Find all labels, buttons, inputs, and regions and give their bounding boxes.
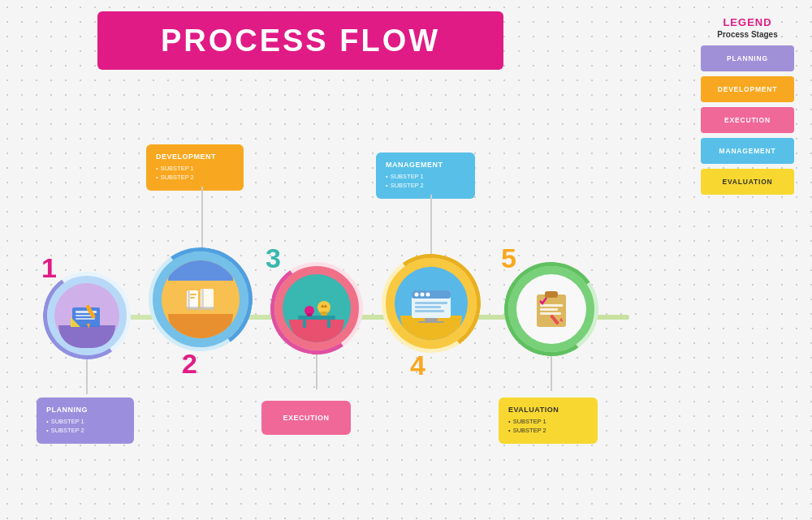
stage-2-circle: 2 <box>153 251 248 347</box>
stage-3-box: EXECUTION <box>261 401 351 435</box>
stage-3-node: 3 <box>274 266 359 389</box>
stage-3-number: 3 <box>266 243 281 274</box>
legend-item-management: MANAGEMENT <box>701 138 794 164</box>
stage-2-node: 2 <box>153 251 248 347</box>
stage-4-connector <box>430 195 432 260</box>
stage-5-sub2: SUBSTEP 2 <box>508 427 588 434</box>
stage-5-title: EVALUATION <box>508 406 588 414</box>
stage-2-sub1: SUBSTEP 1 <box>156 165 234 172</box>
stage-4-box: MANAGEMENT SUBSTEP 1 SUBSTEP 2 <box>376 153 475 199</box>
stage-5-box: EVALUATION SUBSTEP 1 SUBSTEP 2 <box>499 398 598 444</box>
legend-item-evaluation: EVALUATION <box>701 169 794 195</box>
stage-4-node: 4 <box>386 258 477 349</box>
title-banner: PROCESS FLOW <box>97 11 503 70</box>
stage-4-sub2: SUBSTEP 2 <box>386 182 465 189</box>
stage-1-title: PLANNING <box>46 406 124 414</box>
stage-3-title: EXECUTION <box>271 414 341 422</box>
stage-5-sub1: SUBSTEP 1 <box>508 418 588 425</box>
legend-item-planning: PLANNING <box>701 45 794 71</box>
stage-4-sub1: SUBSTEP 1 <box>386 173 465 180</box>
stage-1-circle: 1 <box>47 276 127 355</box>
legend-title: LEGEND <box>701 16 794 28</box>
stage-5-circle: 5 <box>508 266 594 352</box>
stage-1-node: 1 <box>47 276 127 394</box>
main-container: PROCESS FLOW <box>0 0 812 520</box>
stage-2-number: 2 <box>182 348 197 380</box>
stage-1-number: 1 <box>41 252 57 284</box>
legend-item-development: DEVELOPMENT <box>701 76 794 102</box>
stage-1-connector <box>86 355 88 394</box>
stage-2-connector <box>201 187 203 253</box>
stage-1-sub1: SUBSTEP 1 <box>46 418 124 425</box>
stage-5-node: 5 <box>508 266 594 391</box>
stage-4-arc <box>374 246 488 360</box>
stage-4-number: 4 <box>410 350 425 381</box>
legend: LEGEND Process Stages PLANNING DEVELOPME… <box>701 16 794 200</box>
legend-item-execution: EXECUTION <box>701 107 794 133</box>
stage-5-number: 5 <box>501 243 516 274</box>
legend-subtitle: Process Stages <box>701 30 794 39</box>
stage-3-circle: 3 <box>274 266 359 350</box>
stage-4-circle: 4 <box>386 258 477 349</box>
stage-1-sub2: SUBSTEP 2 <box>46 427 124 434</box>
stage-1-box: PLANNING SUBSTEP 1 SUBSTEP 2 <box>37 398 134 444</box>
stage-3-connector <box>316 350 317 389</box>
title-text: PROCESS FLOW <box>161 24 440 58</box>
stage-2-arc <box>140 239 261 359</box>
stage-4-title: MANAGEMENT <box>386 161 465 169</box>
stage-5-connector <box>551 352 552 391</box>
stage-2-box: DEVELOPMENT SUBSTEP 1 SUBSTEP 2 <box>146 144 244 191</box>
stage-2-sub2: SUBSTEP 2 <box>156 174 234 181</box>
stage-2-title: DEVELOPMENT <box>156 153 234 161</box>
